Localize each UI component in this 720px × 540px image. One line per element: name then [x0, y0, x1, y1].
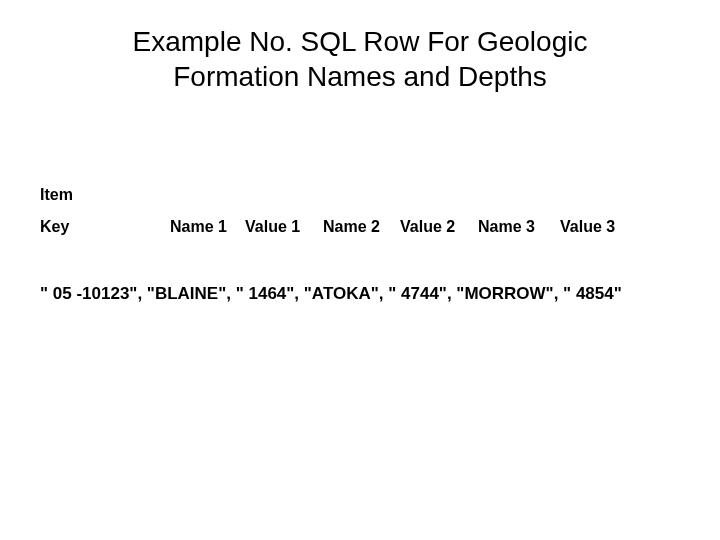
header-key: Key — [40, 218, 69, 236]
title-line-2: Formation Names and Depths — [173, 61, 547, 92]
slide-title: Example No. SQL Row For Geologic Formati… — [0, 24, 720, 94]
header-name3: Name 3 — [478, 218, 535, 236]
header-value2: Value 2 — [400, 218, 455, 236]
item-label: Item — [40, 186, 73, 204]
header-value3: Value 3 — [560, 218, 615, 236]
header-name2: Name 2 — [323, 218, 380, 236]
header-value1: Value 1 — [245, 218, 300, 236]
data-row: " 05 -10123", "BLAINE", " 1464", "ATOKA"… — [40, 284, 700, 304]
title-line-1: Example No. SQL Row For Geologic — [133, 26, 588, 57]
header-name1: Name 1 — [170, 218, 227, 236]
slide: Example No. SQL Row For Geologic Formati… — [0, 0, 720, 540]
